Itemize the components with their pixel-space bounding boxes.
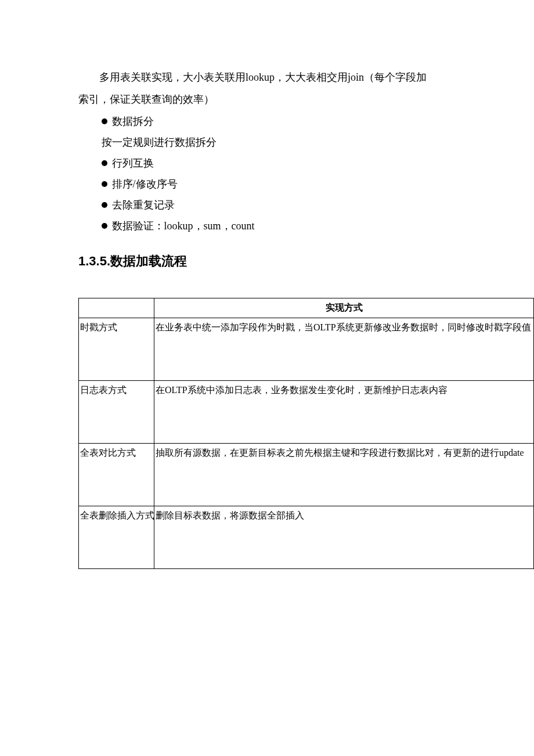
bullet-text: 去除重复记录 (112, 199, 175, 211)
bullet-text: 排序/修改序号 (112, 178, 178, 190)
bullet-text: 数据拆分 (112, 116, 154, 127)
row-description: 抽取所有源数据，在更新目标表之前先根据主键和字段进行数据比对，有更新的进行upd… (154, 444, 534, 506)
loading-methods-table: 实现方式 时戳方式 在业务表中统一添加字段作为时戳，当OLTP系统更新修改业务数… (78, 298, 534, 569)
heading-number: 1.3.5. (78, 254, 110, 268)
row-description: 删除目标表数据，将源数据全部插入 (154, 506, 534, 569)
table-header-row: 实现方式 (79, 298, 534, 318)
heading-title: 数据加载流程 (110, 254, 187, 268)
bullet-item: 行列互换 (78, 153, 456, 174)
bullet-icon (102, 118, 107, 124)
table-row: 时戳方式 在业务表中统一添加字段作为时戳，当OLTP系统更新修改业务数据时，同时… (79, 318, 534, 381)
table-row: 全表删除插入方式 删除目标表数据，将源数据全部插入 (79, 506, 534, 569)
intro-line1: 多用表关联实现，大小表关联用lookup，大大表相交用join（每个字段加 (78, 67, 456, 88)
table-row: 全表对比方式 抽取所有源数据，在更新目标表之前先根据主键和字段进行数据比对，有更… (79, 444, 534, 506)
row-method: 时戳方式 (79, 318, 154, 381)
bullet-item: 数据拆分 (78, 111, 456, 132)
bullet-sub-text: 按一定规则进行数据拆分 (78, 132, 456, 153)
bullet-text: 行列互换 (112, 157, 154, 169)
bullet-text: 数据验证：lookup，sum，count (112, 220, 255, 232)
table-row: 日志表方式 在OLTP系统中添加日志表，业务数据发生变化时，更新维护日志表内容 (79, 381, 534, 444)
section-heading: 1.3.5.数据加载流程 (78, 253, 456, 270)
row-description: 在业务表中统一添加字段作为时戳，当OLTP系统更新修改业务数据时，同时修改时戳字… (154, 318, 534, 381)
row-method: 全表删除插入方式 (79, 506, 154, 569)
bullet-item: 数据验证：lookup，sum，count (78, 215, 456, 236)
row-method: 日志表方式 (79, 381, 154, 444)
row-description: 在OLTP系统中添加日志表，业务数据发生变化时，更新维护日志表内容 (154, 381, 534, 444)
bullet-icon (102, 181, 107, 187)
table-container: 实现方式 时戳方式 在业务表中统一添加字段作为时戳，当OLTP系统更新修改业务数… (78, 298, 534, 569)
bullet-icon (102, 202, 107, 208)
header-col1 (79, 298, 154, 318)
bullet-item: 排序/修改序号 (78, 174, 456, 195)
header-col2: 实现方式 (154, 298, 534, 318)
bullet-icon (102, 160, 107, 166)
row-method: 全表对比方式 (79, 444, 154, 506)
bullet-item: 去除重复记录 (78, 195, 456, 215)
intro-line2: 索引，保证关联查询的效率） (78, 89, 456, 110)
bullet-icon (102, 223, 107, 229)
